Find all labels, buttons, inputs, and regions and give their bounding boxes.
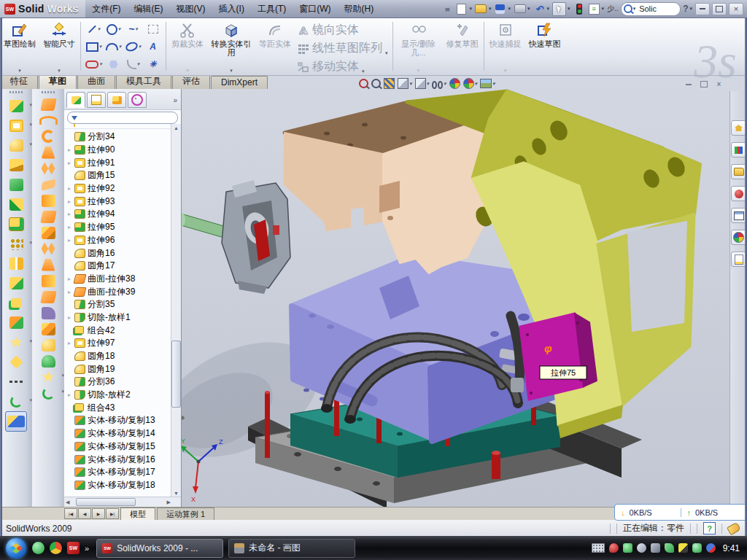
extrude-cut-icon[interactable]	[5, 116, 27, 136]
text-tool[interactable]: A	[143, 38, 163, 55]
ribbon-tab[interactable]: DimXpert	[211, 76, 268, 89]
help-button[interactable]: ?	[683, 4, 688, 14]
reference-point-icon[interactable]	[5, 332, 27, 352]
scroll-left-icon[interactable]: ◀	[66, 499, 69, 505]
start-button[interactable]	[6, 538, 26, 559]
sketch-button[interactable]: 草图绘制▾	[0, 18, 39, 75]
dome-surface-icon[interactable]	[37, 353, 59, 369]
ribbon-tab[interactable]: 模具工具	[116, 74, 171, 89]
sketch-fillet-tool[interactable]: ▾	[123, 55, 143, 73]
tray-sync-icon[interactable]	[706, 543, 716, 553]
tree-item[interactable]: ▸ 曲面-拉伸38	[66, 273, 181, 286]
clamp-assembly[interactable]	[181, 180, 290, 294]
ruled-surface-icon[interactable]	[37, 144, 59, 160]
planar-surface-icon[interactable]	[37, 176, 59, 192]
rectangle-tool[interactable]: ▾	[84, 38, 104, 55]
volume-icon[interactable]	[651, 543, 660, 553]
view-palette-icon[interactable]	[731, 208, 746, 223]
menu-item[interactable]: 插入(I)	[212, 0, 251, 18]
tree-item[interactable]: ▸ 拉伸94	[66, 208, 181, 221]
point-tool[interactable]: ✳	[143, 55, 163, 73]
selection-box-tool[interactable]	[143, 20, 163, 38]
polygon-tool[interactable]	[104, 55, 123, 73]
parting-line-icon[interactable]	[37, 273, 59, 289]
solidworks-quicklaunch-icon[interactable]: SW	[67, 542, 80, 554]
expand-arrow-icon[interactable]: ▸	[66, 147, 72, 153]
expand-arrow-icon[interactable]: ▸	[66, 211, 72, 217]
offset-surface-icon[interactable]	[37, 209, 59, 225]
tree-item[interactable]: ▸ 组合42	[66, 324, 181, 337]
pin-icon[interactable]: ⌖	[438, 0, 456, 18]
tree-item[interactable]: ▸ 实体-移动/复制13	[66, 414, 181, 427]
tree-item[interactable]: ▸ 圆角19	[66, 362, 181, 376]
toolbar-grip[interactable]	[42, 91, 55, 93]
repair-sketch-button[interactable]: 修复草图	[443, 18, 482, 75]
revolved-surface-icon[interactable]	[37, 112, 59, 128]
tree-item[interactable]: ▸ 实体-移动/复制18	[66, 479, 181, 492]
offset-entities-button[interactable]: 等距实体	[255, 18, 295, 75]
instant3d-button[interactable]	[5, 411, 27, 431]
ribbon-tab[interactable]: 曲面	[77, 74, 115, 89]
restore-button[interactable]	[712, 3, 727, 15]
axis-icon[interactable]	[5, 372, 27, 392]
tree-item[interactable]: ▸ 拉伸90	[66, 144, 181, 157]
ribbon-tab[interactable]: 特征	[0, 74, 38, 89]
tab-nav-button[interactable]: ▶	[92, 508, 105, 519]
tree-item[interactable]: ▸ 圆角17	[66, 260, 181, 273]
tree-item[interactable]: ▸ 圆角16	[66, 246, 181, 260]
tree-item[interactable]: ▸ 实体-移动/复制14	[66, 427, 181, 440]
move-copy-body-icon[interactable]	[5, 313, 27, 332]
menu-item[interactable]: 文件(F)	[85, 0, 127, 18]
smart-dimension-button[interactable]: 智能尺寸▾	[39, 18, 79, 75]
tray-network-icon[interactable]	[665, 543, 674, 553]
fold-surface-icon[interactable]	[37, 321, 59, 337]
linear-pattern-button[interactable]: 线性草图阵列 ▾	[298, 41, 388, 56]
tray-antivirus-icon[interactable]	[692, 543, 702, 553]
graphics-viewport[interactable]: φ X Y Z 拉伸75	[181, 75, 747, 507]
rebuild-traffic-light-icon[interactable]	[573, 3, 586, 15]
save-icon[interactable]	[494, 3, 506, 15]
tree-item[interactable]: ▸ 圆角18	[66, 350, 181, 363]
tree-item[interactable]: ▸ 分割35	[66, 298, 181, 311]
quick-tips-icon[interactable]: ?	[703, 522, 716, 534]
tree-item[interactable]: ▸ 拉伸96	[66, 234, 181, 247]
tree-item[interactable]: ▸ 拉伸97	[66, 337, 181, 350]
search-input[interactable]	[638, 4, 676, 14]
quick-launch-overflow-icon[interactable]: »	[85, 544, 89, 553]
configuration-manager-tab[interactable]	[107, 92, 126, 108]
tray-update-icon[interactable]	[637, 543, 646, 553]
expand-arrow-icon[interactable]: ▸	[66, 198, 72, 205]
hole-wizard-icon[interactable]	[5, 214, 27, 234]
tray-shield-icon[interactable]	[623, 543, 632, 553]
spline-tool[interactable]: ~▾	[123, 20, 143, 38]
scroll-right-icon[interactable]: ▶	[167, 499, 171, 505]
expand-arrow-icon[interactable]: ▸	[66, 289, 72, 295]
tree-item[interactable]: ▸ 切除-放样1	[66, 311, 181, 324]
options-icon[interactable]: ≡	[588, 3, 600, 15]
mirror-feature-icon[interactable]	[5, 254, 27, 273]
chamfer-icon[interactable]	[5, 155, 27, 175]
spline-surface-icon[interactable]	[37, 385, 59, 401]
minimize-button[interactable]	[695, 3, 710, 15]
search-results-icon[interactable]	[731, 186, 746, 201]
extrude-boss-icon[interactable]	[5, 96, 27, 116]
tree-item[interactable]: ▸ 拉伸91	[66, 156, 181, 169]
slot-tool[interactable]: ▾	[84, 55, 104, 73]
tab-nav-button[interactable]: ◀	[78, 508, 91, 519]
select-cursor-icon[interactable]	[552, 2, 566, 16]
new-document-icon[interactable]	[455, 3, 468, 15]
expand-arrow-icon[interactable]: ▸	[66, 237, 72, 244]
tree-item[interactable]: ▸ 切除-放样2	[66, 389, 181, 402]
document-tab[interactable]: 模型	[120, 508, 155, 520]
tree-item[interactable]: ▸ 拉伸93	[66, 195, 181, 208]
tree-item[interactable]: ▸ 分割34	[66, 131, 181, 144]
tree-horizontal-scrollbar[interactable]: ◀ ▶	[64, 497, 181, 507]
expand-arrow-icon[interactable]: ▸	[66, 392, 72, 398]
feature-manager-tab[interactable]	[66, 92, 85, 108]
tray-security-icon[interactable]	[609, 543, 619, 553]
quick-snaps-button[interactable]: 快速捕捉▾	[486, 18, 525, 75]
extend-surface-icon[interactable]	[37, 192, 59, 209]
trimmed-surface-icon[interactable]	[37, 128, 59, 144]
menu-item[interactable]: 编辑(E)	[128, 0, 170, 18]
convert-entities-button[interactable]: 转换实体引用▾	[207, 18, 255, 75]
